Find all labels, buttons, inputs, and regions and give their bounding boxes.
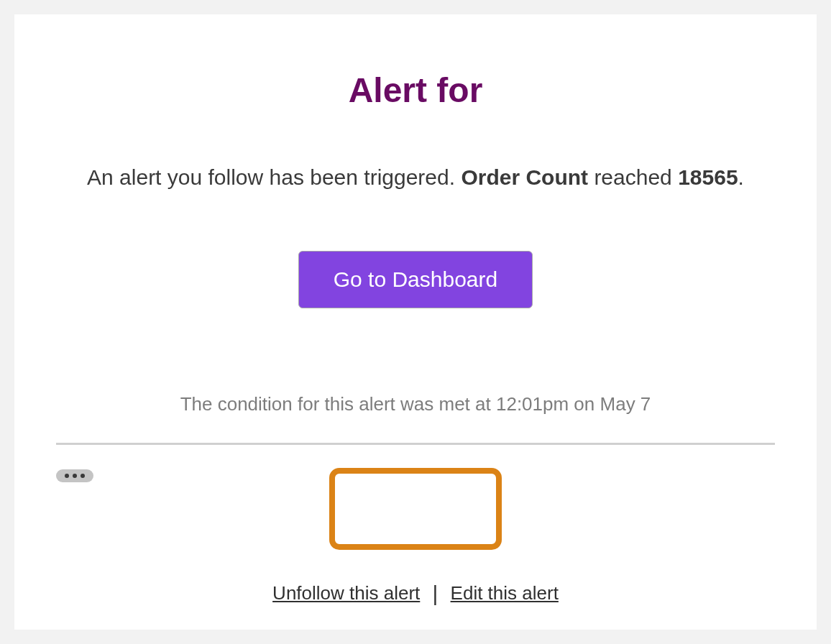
condition-text: The condition for this alert was met at … xyxy=(14,393,817,415)
lower-section: Unfollow this alert | Edit this alert xyxy=(14,445,817,604)
alert-card: Alert for An alert you follow has been t… xyxy=(14,14,817,630)
more-options-icon[interactable] xyxy=(56,469,93,482)
footer-links: Unfollow this alert | Edit this alert xyxy=(14,580,817,604)
highlight-box xyxy=(329,468,502,550)
message-value: 18565 xyxy=(678,165,738,189)
unfollow-alert-link[interactable]: Unfollow this alert xyxy=(272,582,420,604)
message-prefix: An alert you follow has been triggered. xyxy=(87,165,461,189)
message-mid: reached xyxy=(588,165,678,189)
message-suffix: . xyxy=(738,165,744,189)
alert-title: Alert for xyxy=(14,70,817,110)
message-metric: Order Count xyxy=(461,165,588,189)
alert-message: An alert you follow has been triggered. … xyxy=(85,160,746,195)
footer-separator: | xyxy=(433,581,439,606)
button-container: Go to Dashboard xyxy=(14,251,817,308)
edit-alert-link[interactable]: Edit this alert xyxy=(451,582,559,604)
go-to-dashboard-button[interactable]: Go to Dashboard xyxy=(298,251,533,308)
